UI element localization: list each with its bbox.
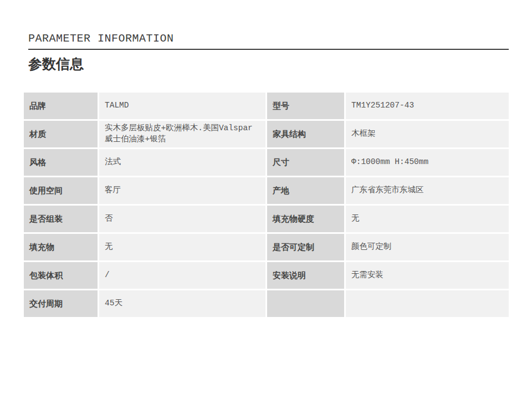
param-label-package-volume: 包装体积 xyxy=(24,262,98,289)
section-header: PARAMETER INFORMATION xyxy=(28,32,509,50)
param-label-model: 型号 xyxy=(267,93,344,119)
param-value-model: TM1Y251207-43 xyxy=(346,93,509,119)
param-label-size: 尺寸 xyxy=(267,149,344,176)
param-label-style: 风格 xyxy=(24,149,98,176)
param-value-delivery-cycle: 45天 xyxy=(99,290,265,317)
param-label-usage-space: 使用空间 xyxy=(24,177,98,204)
page: PARAMETER INFORMATION 参数信息 品牌 TALMD 型号 T… xyxy=(0,0,532,399)
param-value-brand: TALMD xyxy=(99,93,265,119)
param-value-material: 实木多层板贴皮+欧洲榉木.美国Valspar威士伯油漆+银箔 xyxy=(99,121,265,147)
page-title-english: PARAMETER INFORMATION xyxy=(28,32,509,49)
param-value-usage-space: 客厅 xyxy=(99,177,265,204)
param-value-filling: 无 xyxy=(99,234,265,260)
param-label-delivery-cycle: 交付周期 xyxy=(24,290,98,317)
param-label-installation: 安装说明 xyxy=(267,262,344,289)
param-label-customizable: 是否可定制 xyxy=(267,234,344,260)
param-value-empty xyxy=(346,290,509,317)
param-value-package-volume: / xyxy=(99,262,265,289)
page-title-chinese: 参数信息 xyxy=(28,55,509,73)
param-label-filling: 填充物 xyxy=(24,234,98,260)
param-value-filling-hardness: 无 xyxy=(346,206,509,232)
param-value-customizable: 颜色可定制 xyxy=(346,234,509,260)
param-label-assembly: 是否组装 xyxy=(24,206,98,232)
param-value-assembly: 否 xyxy=(99,206,265,232)
content-area: PARAMETER INFORMATION 参数信息 品牌 TALMD 型号 T… xyxy=(24,32,509,317)
param-label-origin: 产地 xyxy=(267,177,344,204)
param-value-structure: 木框架 xyxy=(346,121,509,147)
param-value-origin: 广东省东莞市东城区 xyxy=(346,177,509,204)
param-label-brand: 品牌 xyxy=(24,93,98,119)
param-value-style: 法式 xyxy=(99,149,265,176)
parameter-table: 品牌 TALMD 型号 TM1Y251207-43 材质 实木多层板贴皮+欧洲榉… xyxy=(24,93,509,317)
param-label-empty xyxy=(267,290,344,317)
param-label-structure: 家具结构 xyxy=(267,121,344,147)
param-label-filling-hardness: 填充物硬度 xyxy=(267,206,344,232)
param-value-size: Φ:1000mm H:450mm xyxy=(346,149,509,176)
param-value-installation: 无需安装 xyxy=(346,262,509,289)
param-label-material: 材质 xyxy=(24,121,98,147)
